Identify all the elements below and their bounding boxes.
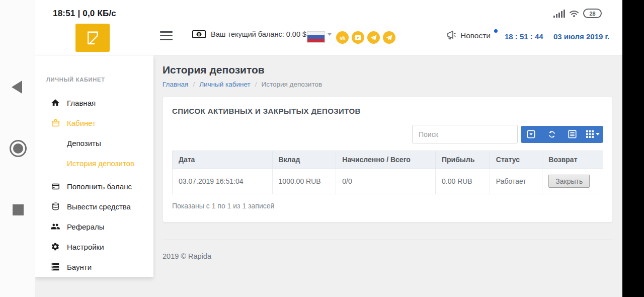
pagination-toggle-button[interactable] [521,126,541,143]
cell-return: Закрыть [542,169,603,194]
statusbar-clock-speed: 18:51 | 0,0 КБ/с [53,9,116,19]
top-header: 18:51 | 0,0 КБ/с 28 [35,0,622,55]
breadcrumb: Главная / Личный кабинет / История депоз… [163,81,613,88]
menu-toggle-icon[interactable] [160,31,173,40]
home-icon [50,98,60,107]
sidebar-item-kabinet[interactable]: Кабинет [35,113,153,133]
android-recents-icon[interactable] [13,204,24,215]
sidebar-item-label: Главная [67,99,96,107]
search-input[interactable] [412,125,518,143]
deposits-table: Дата Вклад Начисленно / Всего Прибыль Ст… [172,151,603,194]
sidebar-item-referaly[interactable]: Рефералы [35,216,153,237]
gear-icon [50,242,60,251]
deposits-card: СПИСОК АКТИВНЫХ И ЗАКРЫТЫХ ДЕПОЗИТОВ [163,97,613,222]
rapida-logo-glyph [82,28,104,48]
notification-dot [494,29,498,33]
col-header-amount[interactable]: Вклад [272,151,336,169]
database-icon [50,202,60,211]
cell-status: Работает [490,169,542,194]
cell-date: 03.07.2019 16:51:04 [173,169,273,194]
vk-icon[interactable]: vk [336,31,349,44]
sidebar-item-label: Депозиты [67,139,101,147]
main-content: История депозитов Главная / Личный кабин… [153,55,622,297]
table-row: 03.07.2019 16:51:04 1000.00 RUB 0/0 0.00… [173,169,603,194]
telegram-icon[interactable] [367,31,380,44]
columns-dropdown-button[interactable] [583,126,603,143]
balance-area: 0 Ваш текущий баланс: 0.00 $ [192,30,306,38]
sidebar-item-label: История депозитов [67,159,134,168]
sidebar-item-label: Настройки [67,243,104,251]
briefcase-icon [50,118,60,127]
sidebar-item-baunti[interactable]: Баунти [35,257,153,277]
header-clock: 18 : 51 : 44 [505,32,543,41]
breadcrumb-separator: / [193,81,195,88]
chevron-down-icon [328,33,332,36]
youtube-icon[interactable] [352,31,364,44]
battery-percent: 28 [589,11,595,17]
breadcrumb-home[interactable]: Главная [163,81,188,88]
android-home-inner [13,143,23,154]
col-header-status[interactable]: Статус [490,151,542,169]
sidebar-item-label: Баунти [67,263,92,271]
battery-icon: 28 [583,9,602,18]
vk-glyph: vk [340,35,345,41]
wifi-icon [569,10,579,18]
page: 18:51 | 0,0 КБ/с 28 [35,0,622,297]
android-back-icon[interactable] [12,81,22,94]
caret-down-icon [596,133,600,135]
col-header-return[interactable]: Возврат [542,151,603,169]
page-title: История депозитов [163,64,613,76]
statusbar-icons: 28 [553,9,602,18]
header-date: 03 июля 2019 г. [553,32,609,41]
col-header-date[interactable]: Дата [173,151,273,169]
table-toolbar [172,125,603,143]
table-header-row: Дата Вклад Начисленно / Всего Прибыль Ст… [173,151,603,169]
sidebar-section-label: ЛИЧНЫЙ КАБИНЕТ [35,55,153,83]
megaphone-icon [446,30,457,40]
android-home-icon[interactable] [10,140,27,157]
table-view-button[interactable] [562,126,583,143]
language-selector[interactable] [307,31,332,43]
android-nav-bar [0,0,35,297]
users-icon [50,222,60,231]
cell-amount: 1000.00 RUB [272,169,336,194]
device-notch-bar [622,0,644,297]
news-button[interactable]: Новости [446,30,498,40]
sidebar-item-vyvesti-sredstva[interactable]: Вывести средства [35,196,153,216]
sidebar-item-label: Кабинет [67,119,96,127]
credit-card-icon [50,182,60,191]
rapida-logo[interactable] [75,24,110,52]
current-balance-label: Ваш текущий баланс: 0.00 $ [211,30,306,38]
sidebar-item-label: Пополнить баланс [67,182,132,191]
sidebar-item-depozity[interactable]: Депозиты [35,133,153,153]
server-icon [50,263,60,271]
breadcrumb-cabinet[interactable]: Личный кабинет [199,81,251,88]
signal-strength-icon [553,10,565,18]
sidebar-item-glavnaya[interactable]: Главная [35,93,153,113]
col-header-profit[interactable]: Прибыль [436,151,490,169]
sidebar-item-label: Вывести средства [67,202,131,211]
refresh-button[interactable] [541,126,562,143]
close-deposit-button[interactable]: Закрыть [548,175,590,188]
russia-flag-icon [307,31,325,43]
telegram-chat-icon[interactable] [383,31,395,44]
table-actions-group [521,126,603,143]
sidebar-item-istoriya-depozitov[interactable]: История депозитов [35,153,153,173]
cell-accrued: 0/0 [336,169,436,194]
sidebar-menu: Главная Кабинет Депозиты История депозит… [35,83,153,277]
money-icon: 0 [192,30,206,38]
copyright-text: 2019 © Rapida [163,252,211,260]
sidebar-item-nastroyki[interactable]: Настройки [35,237,153,257]
breadcrumb-separator: / [255,81,257,88]
sidebar: ЛИЧНЫЙ КАБИНЕТ Главная Кабинет [35,55,153,277]
social-links: vk [336,31,395,44]
col-header-accrued[interactable]: Начисленно / Всего [336,151,436,169]
page-footer: 2019 © Rapida [163,240,613,261]
table-summary: Показаны с 1 по 1 из 1 записей [172,202,603,210]
breadcrumb-current: История депозитов [262,81,323,88]
svg-text:0: 0 [198,32,200,37]
news-label: Новости [460,31,491,40]
cell-profit: 0.00 RUB [436,169,490,194]
sidebar-item-label: Рефералы [67,222,105,231]
sidebar-item-popolnit-balans[interactable]: Пополнить баланс [35,176,153,196]
